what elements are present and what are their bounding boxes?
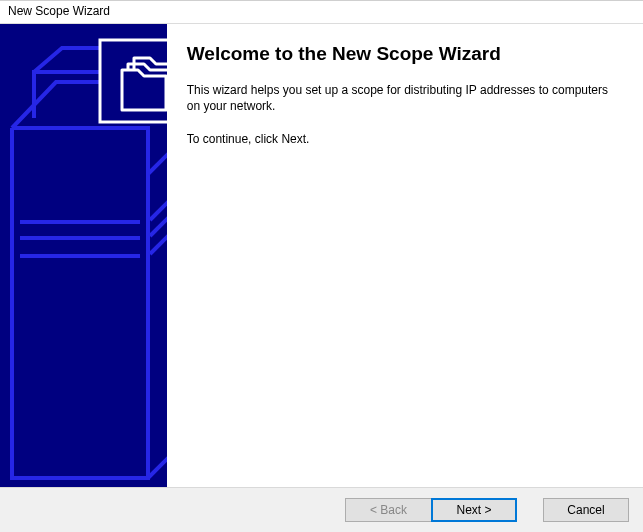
wizard-content: Welcome to the New Scope Wizard This wiz… [167, 24, 643, 487]
wizard-side-art [0, 24, 167, 487]
wizard-continue-hint: To continue, click Next. [187, 131, 619, 147]
wizard-heading: Welcome to the New Scope Wizard [187, 42, 619, 66]
back-button[interactable]: < Back [345, 498, 431, 522]
nav-button-group: < Back Next > [345, 498, 517, 522]
window-title: New Scope Wizard [0, 1, 643, 23]
wizard-intro-text: This wizard helps you set up a scope for… [187, 82, 619, 114]
next-button[interactable]: Next > [431, 498, 517, 522]
wizard-body: Welcome to the New Scope Wizard This wiz… [0, 23, 643, 487]
wizard-footer: < Back Next > Cancel [0, 487, 643, 532]
wizard-window: New Scope Wizard [0, 0, 643, 532]
scope-server-art [0, 24, 167, 484]
cancel-button[interactable]: Cancel [543, 498, 629, 522]
